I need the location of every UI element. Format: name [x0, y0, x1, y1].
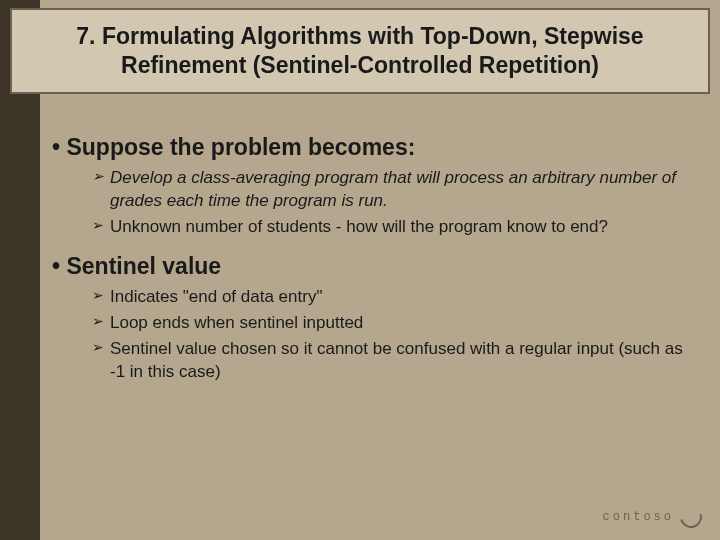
footer-logo: contoso: [603, 506, 702, 528]
section2-heading: • Sentinel value: [52, 253, 690, 280]
section1-list: Develop a class-averaging program that w…: [52, 167, 690, 239]
list-item: Indicates "end of data entry": [92, 286, 690, 309]
logo-text: contoso: [603, 510, 674, 524]
list-item: Sentinel value chosen so it cannot be co…: [92, 338, 690, 384]
slide-title: 7. Formulating Algorithms with Top-Down,…: [24, 22, 696, 80]
section1-heading: • Suppose the problem becomes:: [52, 134, 690, 161]
title-bar: 7. Formulating Algorithms with Top-Down,…: [10, 8, 710, 94]
list-item: Loop ends when sentinel inputted: [92, 312, 690, 335]
slide-content: • Suppose the problem becomes: Develop a…: [52, 120, 690, 387]
list-item: Develop a class-averaging program that w…: [92, 167, 690, 213]
section2-list: Indicates "end of data entry" Loop ends …: [52, 286, 690, 384]
list-item: Unknown number of students - how will th…: [92, 216, 690, 239]
logo-swirl-icon: [676, 502, 706, 532]
